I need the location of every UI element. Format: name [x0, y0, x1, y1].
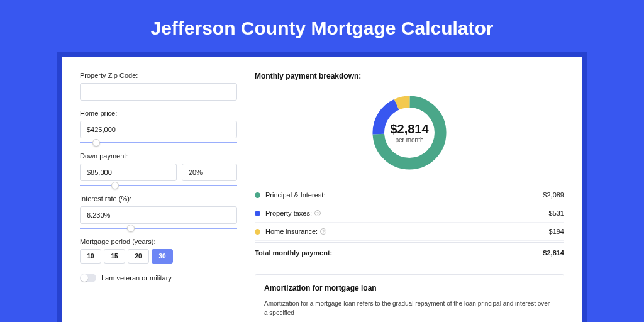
breakdown-value-taxes: $531 — [549, 209, 564, 217]
breakdown-label-taxes-text: Property taxes: — [265, 209, 312, 217]
amortization-text: Amortization for a mortgage loan refers … — [264, 299, 555, 318]
breakdown-value-insurance: $194 — [549, 228, 564, 235]
veteran-toggle[interactable] — [80, 274, 96, 282]
veteran-toggle-label: I am veteran or military — [101, 274, 172, 282]
donut-sub: per month — [390, 136, 428, 143]
breakdown-value-principal: $2,089 — [543, 191, 564, 199]
amortization-title: Amortization for mortgage loan — [264, 284, 555, 292]
interest-rate-input[interactable] — [80, 206, 237, 224]
info-icon[interactable]: ? — [314, 210, 321, 216]
mortgage-period-field-group: Mortgage period (years): 10 15 20 30 — [80, 238, 237, 264]
calculator-card: Property Zip Code: Home price: Down paym… — [62, 57, 582, 322]
input-column: Property Zip Code: Home price: Down paym… — [80, 72, 237, 322]
dot-principal-icon — [255, 192, 260, 198]
dot-insurance-icon — [255, 229, 260, 235]
down-payment-label: Down payment: — [80, 152, 237, 160]
mortgage-period-label: Mortgage period (years): — [80, 238, 237, 245]
period-btn-15[interactable]: 15 — [104, 249, 125, 264]
page-title: Jefferson County Mortgage Calculator — [0, 0, 644, 52]
amortization-card: Amortization for mortgage loan Amortizat… — [255, 274, 564, 322]
interest-rate-field-group: Interest rate (%): — [80, 195, 237, 229]
interest-rate-slider[interactable] — [80, 228, 237, 229]
interest-rate-slider-thumb[interactable] — [127, 225, 135, 232]
down-payment-amount-input[interactable] — [80, 164, 177, 181]
breakdown-row-insurance: Home insurance: ? $194 — [255, 223, 564, 241]
donut-chart: $2,814 per month — [255, 92, 564, 174]
down-payment-slider[interactable] — [80, 185, 237, 186]
donut-amount: $2,814 — [390, 122, 428, 136]
home-price-slider-thumb[interactable] — [92, 139, 100, 147]
breakdown-value-total: $2,814 — [543, 249, 564, 257]
period-btn-30[interactable]: 30 — [152, 249, 173, 264]
home-price-label: Home price: — [80, 109, 237, 117]
zip-label: Property Zip Code: — [80, 72, 237, 79]
period-btn-10[interactable]: 10 — [80, 249, 101, 264]
zip-field-group: Property Zip Code: — [80, 72, 237, 101]
breakdown-label-insurance: Home insurance: ? — [265, 228, 549, 235]
breakdown-label-principal: Principal & Interest: — [265, 191, 543, 199]
donut-center: $2,814 per month — [390, 122, 428, 143]
mortgage-period-buttons: 10 15 20 30 — [80, 249, 237, 264]
veteran-toggle-row: I am veteran or military — [80, 274, 237, 282]
breakdown-title: Monthly payment breakdown: — [255, 72, 564, 80]
info-icon[interactable]: ? — [320, 228, 326, 235]
home-price-field-group: Home price: — [80, 109, 237, 143]
zip-input[interactable] — [80, 83, 237, 101]
dot-taxes-icon — [255, 211, 260, 216]
breakdown-row-taxes: Property taxes: ? $531 — [255, 204, 564, 223]
home-price-input[interactable] — [80, 121, 237, 138]
breakdown-label-taxes: Property taxes: ? — [265, 209, 549, 217]
breakdown-label-total: Total monthly payment: — [255, 249, 543, 257]
down-payment-field-group: Down payment: — [80, 152, 237, 186]
breakdown-row-total: Total monthly payment: $2,814 — [255, 242, 564, 262]
breakdown-row-principal: Principal & Interest: $2,089 — [255, 186, 564, 204]
calculator-outer-card: Property Zip Code: Home price: Down paym… — [57, 52, 587, 322]
interest-rate-label: Interest rate (%): — [80, 195, 237, 203]
breakdown-label-insurance-text: Home insurance: — [265, 228, 318, 235]
down-payment-slider-thumb[interactable] — [111, 182, 119, 189]
down-payment-pct-input[interactable] — [182, 164, 237, 181]
home-price-slider[interactable] — [80, 142, 237, 143]
breakdown-column: Monthly payment breakdown: $2,814 per mo… — [255, 72, 564, 322]
period-btn-20[interactable]: 20 — [128, 249, 149, 264]
